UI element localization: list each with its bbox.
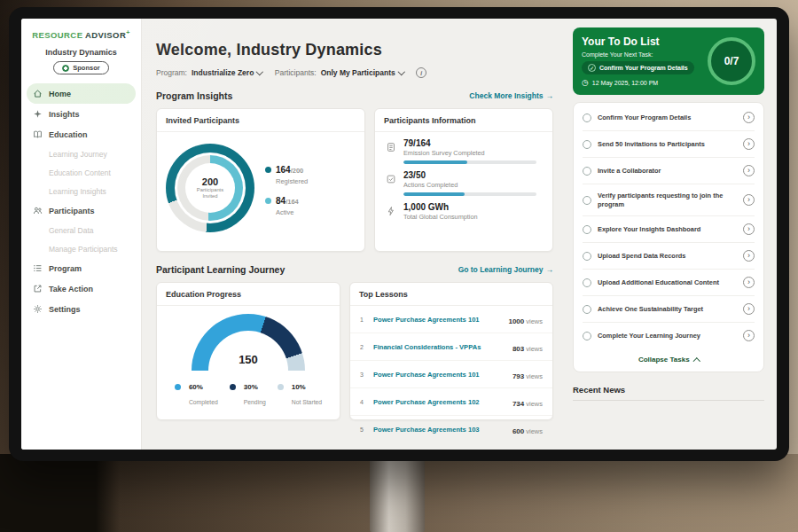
invited-participants-title: Invited Participants	[157, 109, 364, 132]
org-name: Industry Dynamics	[21, 48, 141, 57]
sidebar-item-insights[interactable]: Insights	[21, 104, 141, 124]
task-chevron-icon[interactable]: ›	[743, 330, 755, 341]
task-chevron-icon[interactable]: ›	[743, 223, 755, 235]
check-more-insights-link[interactable]: Check More Insights→	[469, 91, 553, 100]
sidebar-item-manage-participants[interactable]: Manage Participants	[21, 239, 141, 258]
arrow-right-icon: →	[546, 265, 554, 274]
sidebar-item-program[interactable]: Program	[21, 258, 141, 278]
sponsor-badge[interactable]: Sponsor	[53, 61, 108, 74]
lesson-link[interactable]: Financial Considerations - VPPAs	[373, 343, 506, 351]
task-row[interactable]: Confirm Your Program Details ›	[583, 105, 755, 131]
task-chevron-icon[interactable]: ›	[743, 138, 755, 150]
task-row[interactable]: Upload Spend Data Records ›	[583, 243, 755, 270]
task-checkbox[interactable]	[583, 140, 591, 149]
task-row[interactable]: Upload Additional Educational Content ›	[583, 270, 755, 296]
sidebar-item-home[interactable]: Home	[27, 83, 136, 104]
task-checkbox[interactable]	[583, 332, 591, 340]
task-row[interactable]: Explore Your Insights Dashboard ›	[583, 216, 755, 243]
education-progress-title: Education Progress	[157, 283, 340, 306]
education-icon	[33, 129, 43, 139]
program-insights-title: Program Insights	[156, 90, 232, 101]
logo-primary: RESOURCE	[32, 30, 82, 40]
task-chevron-icon[interactable]: ›	[743, 277, 755, 288]
task-checkbox[interactable]	[583, 252, 591, 261]
lesson-link[interactable]: Power Purchase Agreements 103	[373, 426, 506, 434]
sponsor-icon	[62, 65, 69, 72]
lesson-row: 3 Power Purchase Agreements 101 793views	[350, 361, 552, 388]
task-row[interactable]: Complete Your Learning Journey ›	[583, 323, 755, 348]
participants-information-title: Participants Information	[375, 109, 552, 132]
chevron-up-icon	[692, 357, 700, 364]
go-to-learning-journey-link[interactable]: Go to Learning Journey→	[458, 265, 553, 274]
program-icon	[33, 263, 43, 273]
task-chevron-icon[interactable]: ›	[743, 250, 755, 262]
task-checkbox[interactable]	[583, 113, 591, 122]
task-chevron-icon[interactable]: ›	[743, 165, 755, 176]
legend-item: 164/200 Registered	[265, 160, 308, 185]
task-chevron-icon[interactable]: ›	[743, 194, 755, 206]
task-chevron-icon[interactable]: ›	[743, 303, 755, 315]
education-progress-card: Education Progress 150 Participants 60%C…	[156, 282, 340, 420]
sponsor-label: Sponsor	[73, 64, 99, 72]
page-title: Welcome, Industry Dynamics	[156, 41, 553, 59]
next-task-chip[interactable]: ✓ Confirm Your Program Details	[582, 61, 694, 74]
sidebar-item-general-data[interactable]: General Data	[21, 221, 141, 239]
monitor-stand	[370, 456, 425, 532]
task-row[interactable]: Achieve One Sustainability Target ›	[583, 296, 755, 323]
info-row: 79/164 Emission Survey Completed	[375, 132, 552, 164]
donut-center-value: 200	[202, 176, 218, 187]
invited-participants-card: Invited Participants 200 Participants In…	[156, 108, 365, 252]
recent-news-title: Recent News	[573, 385, 764, 401]
participants-information-card: Participants Information 79/164 Emission…	[374, 108, 553, 252]
legend-item: 84/164 Active	[265, 192, 308, 216]
todo-header-card: Your To Do List Complete Your Next Task:…	[573, 27, 764, 95]
sidebar-item-settings[interactable]: Settings	[21, 299, 141, 319]
sidebar-item-learning-insights[interactable]: Learning Insights	[21, 182, 141, 200]
top-lessons-title: Top Lessons	[350, 283, 552, 306]
todo-panel: Your To Do List Complete Your Next Task:…	[564, 19, 777, 450]
task-row[interactable]: Send 50 Invitations to Participants ›	[583, 131, 755, 158]
program-select[interactable]: Industrialize Zero	[192, 68, 262, 77]
task-checkbox[interactable]	[583, 225, 591, 234]
lesson-link[interactable]: Power Purchase Agreements 102	[373, 398, 506, 406]
energy-icon	[386, 204, 396, 221]
legend-dot	[265, 198, 271, 204]
sidebar-nav: Home Insights Education Learning Journey…	[21, 83, 141, 319]
lesson-link[interactable]: Power Purchase Agreements 101	[373, 316, 502, 324]
participants-filter-label: Participants:	[275, 68, 317, 77]
app-logo: RESOURCE ADVISOR+	[21, 29, 141, 40]
task-checkbox[interactable]	[583, 196, 591, 205]
task-row[interactable]: Verify participants requesting to join t…	[583, 184, 755, 216]
sidebar-item-learning-journey[interactable]: Learning Journey	[21, 145, 141, 163]
todo-due: ◷ 12 May 2025, 12:00 PM	[582, 79, 694, 87]
screen: RESOURCE ADVISOR+ Industry Dynamics Spon…	[21, 19, 777, 450]
progress-fill	[403, 192, 465, 196]
sidebar-item-take-action[interactable]: Take Action	[21, 278, 141, 299]
invited-donut-chart: 200 Participants Invited	[166, 144, 254, 232]
sidebar-item-participants[interactable]: Participants	[21, 200, 141, 221]
education-gauge-chart: 150 Participants	[192, 314, 305, 371]
main-content: Welcome, Industry Dynamics Program: Indu…	[142, 19, 564, 450]
sidebar-item-education[interactable]: Education	[21, 124, 141, 145]
participants-select[interactable]: Only My Participants	[321, 68, 404, 77]
info-row: 23/50 Actions Completed	[375, 164, 552, 196]
sidebar: RESOURCE ADVISOR+ Industry Dynamics Spon…	[21, 19, 142, 450]
collapse-tasks-button[interactable]: Collapse Tasks	[583, 348, 755, 370]
task-chevron-icon[interactable]: ›	[743, 112, 755, 123]
task-checkbox[interactable]	[583, 167, 591, 176]
task-checkbox[interactable]	[583, 305, 591, 314]
insights-icon	[33, 109, 43, 119]
top-lessons-card: Top Lessons 1 Power Purchase Agreements …	[349, 282, 553, 420]
lesson-row: 2 Financial Considerations - VPPAs 803vi…	[350, 333, 552, 361]
learning-journey-title: Participant Learning Journey	[156, 264, 285, 275]
sidebar-item-education-content[interactable]: Education Content	[21, 163, 141, 182]
lesson-link[interactable]: Power Purchase Agreements 101	[373, 371, 506, 379]
clock-icon: ◷	[582, 79, 589, 87]
todo-progress-ring: 0/7	[708, 37, 755, 85]
task-row[interactable]: Invite a Collaborator ›	[583, 158, 755, 184]
tasks-list-card: Confirm Your Program Details › Send 50 I…	[573, 102, 764, 372]
info-icon[interactable]: i	[416, 67, 426, 78]
legend-dot	[278, 384, 284, 390]
task-checkbox[interactable]	[583, 278, 591, 287]
legend-dot	[175, 384, 181, 390]
